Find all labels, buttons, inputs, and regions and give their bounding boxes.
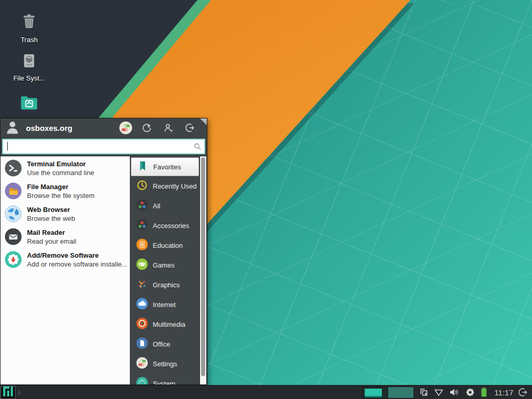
desktop-icon-home-folder[interactable] [4,92,54,115]
network-icon[interactable] [434,389,444,396]
app-description: Use the command line [27,169,94,178]
categories-list: Favorites Recently Used All [130,156,200,384]
education-atom-icon [136,238,148,252]
category-label: Graphics [153,281,180,289]
menu-resize-grip[interactable] [200,118,207,125]
workspace-switcher [362,387,414,398]
settings-toggles-icon [136,357,148,371]
search-input[interactable] [3,140,204,153]
categories-scrollbar[interactable] [200,156,206,384]
whisker-menu: osboxes.org [0,118,207,385]
taskbar-panel: 11:17 [0,385,532,399]
search-icon [194,143,201,152]
favorites-bookmark-icon [137,160,149,174]
panel-handle[interactable] [18,389,23,396]
web-browser-icon [5,205,22,224]
category-label: Favorites [153,163,181,171]
accessories-gears-icon [136,219,148,233]
app-name: Web Browser [27,206,75,215]
app-item-add-remove-software[interactable]: Add/Remove Software Add or remove softwa… [1,249,130,272]
category-label: Games [153,261,175,269]
menu-header-actions [119,121,196,135]
applications-menu-button[interactable] [1,386,16,399]
app-description: Add or remove software installe... [27,260,127,269]
app-description: Browse the web [27,215,75,223]
multimedia-speaker-icon [136,317,148,331]
manjaro-logo-icon [3,387,13,398]
graphics-paint-icon [136,278,148,292]
settings-gear-icon[interactable] [466,388,475,397]
scrollbar-thumb[interactable] [201,157,205,376]
category-item-education[interactable]: Education [130,235,200,255]
desktop-icon-label: File Syst... [14,74,45,82]
app-name: File Manager [27,183,95,192]
category-label: All [153,202,160,210]
software-installer-icon [5,251,22,270]
file-manager-icon [5,182,22,202]
search-field[interactable] [2,139,205,154]
mail-icon [5,228,22,247]
battery-icon[interactable] [481,387,487,397]
app-item-web-browser[interactable]: Web Browser Browse the web [1,203,130,226]
system-tray [420,387,487,397]
search-row [1,137,207,156]
internet-cloud-icon [136,298,148,312]
panel-logout-icon[interactable] [518,388,528,397]
category-label: System [153,380,175,385]
office-document-icon [136,337,148,351]
logout-button[interactable] [183,121,196,135]
category-label: Recently Used [153,182,197,190]
user-avatar [6,120,19,136]
volume-icon[interactable] [449,388,460,396]
switch-user-button[interactable] [162,121,175,135]
applications-list: Terminal Emulator Use the command line F… [1,156,130,384]
app-name: Mail Reader [27,229,76,237]
category-label: Education [153,242,183,249]
category-label: Internet [153,301,176,309]
menu-header: osboxes.org [1,118,207,137]
category-item-accessories[interactable]: Accessories [130,216,200,235]
app-description: Read your email [27,237,76,246]
category-item-office[interactable]: Office [130,334,200,354]
category-item-settings[interactable]: Settings [130,354,200,374]
category-item-recently-used[interactable]: Recently Used [130,176,200,196]
category-label: Accessories [153,222,189,230]
category-item-favorites[interactable]: Favorites [131,157,199,176]
workspace-1[interactable] [362,387,388,398]
desktop-icon-file-system[interactable]: File Syst... [4,52,54,82]
category-item-games[interactable]: Games [130,255,200,275]
settings-manager-button[interactable] [119,121,132,135]
category-item-system[interactable]: System [130,374,200,384]
panel-clock[interactable]: 11:17 [495,388,513,397]
app-item-file-manager[interactable]: File Manager Browse the file system [1,180,130,203]
menu-body: Terminal Emulator Use the command line F… [1,156,207,384]
desktop-screen: Trash File Syst... osboxes.org [0,0,532,399]
text-caret [7,142,8,151]
app-name: Terminal Emulator [27,160,94,169]
app-description: Browse the file system [27,192,95,201]
app-item-terminal-emulator[interactable]: Terminal Emulator Use the command line [1,157,130,180]
terminal-icon [5,159,22,179]
desktop-icon-trash[interactable]: Trash [4,12,54,44]
clipboard-icon[interactable] [420,388,428,396]
category-item-internet[interactable]: Internet [130,295,200,314]
category-item-graphics[interactable]: Graphics [130,275,200,295]
games-gamepad-icon [136,258,148,272]
app-item-mail-reader[interactable]: Mail Reader Read your email [1,226,130,249]
recent-clock-icon [136,179,148,193]
workspace-window-miniature [365,389,382,397]
system-icon [136,377,148,385]
workspace-2[interactable] [388,387,414,398]
username-title: osboxes.org [26,124,72,132]
category-label: Multimedia [153,321,185,328]
category-label: Office [153,340,170,348]
trash-icon [20,12,38,33]
all-apps-gears-icon [136,199,148,213]
category-label: Settings [153,360,177,368]
category-item-all[interactable]: All [130,196,200,216]
hard-disk-icon [21,52,37,72]
category-item-multimedia[interactable]: Multimedia [130,314,200,334]
lock-screen-button[interactable] [140,121,154,135]
home-folder-icon [19,92,39,113]
desktop-icon-label: Trash [21,36,38,44]
